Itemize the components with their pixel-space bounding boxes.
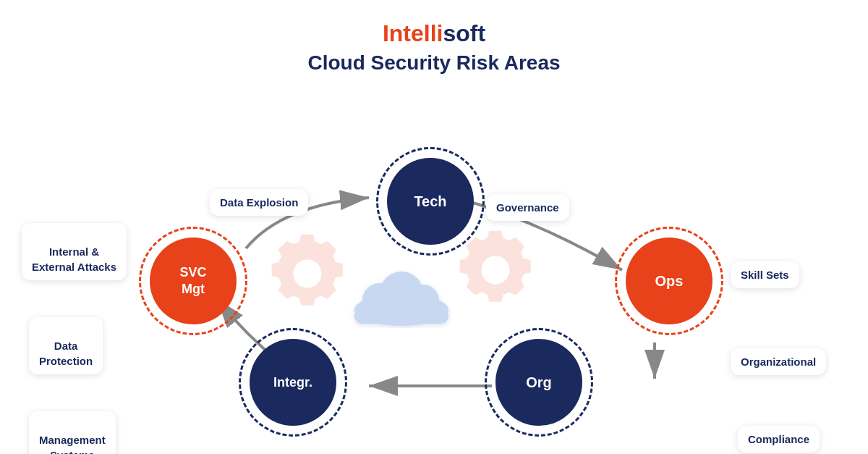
label-data-protection: Data Protection: [29, 317, 103, 374]
label-internal-external: Internal & External Attacks: [22, 223, 127, 280]
org-circle: Org: [495, 339, 582, 426]
brand-soft: soft: [443, 20, 485, 46]
svg-rect-4: [354, 308, 448, 324]
tech-circle: Tech: [387, 158, 474, 245]
ops-circle: Ops: [626, 237, 712, 324]
diagram: SVCMgt Tech Ops Org Integr. Internal & E…: [0, 82, 868, 444]
integr-circle: Integr.: [250, 339, 336, 426]
brand-intelli: Intelli: [383, 20, 443, 46]
svc-circle: SVCMgt: [150, 237, 237, 324]
label-organizational: Organizational: [731, 348, 826, 375]
label-management-systems: Management Systems: [29, 411, 116, 454]
arrow-ops-to-org: [637, 335, 680, 393]
arrow-org-to-integr: [354, 371, 499, 400]
page-title: Cloud Security Risk Areas: [0, 51, 868, 75]
label-governance: Governance: [486, 194, 569, 221]
label-compliance: Compliance: [738, 426, 820, 453]
header: Intellisoft Cloud Security Risk Areas: [0, 0, 868, 75]
label-data-explosion: Data Explosion: [210, 189, 308, 216]
brand: Intellisoft: [0, 20, 868, 47]
cloud-decoration: [340, 256, 463, 331]
label-skill-sets: Skill Sets: [731, 261, 799, 288]
